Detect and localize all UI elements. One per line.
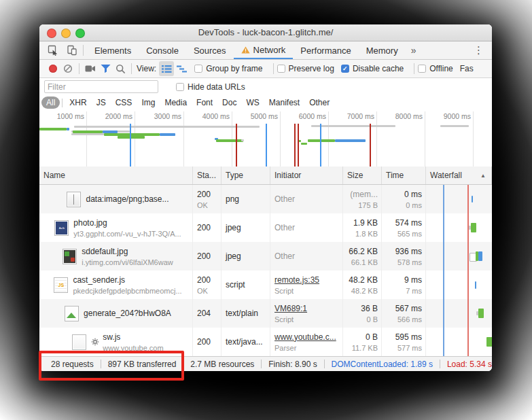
list-view-icon[interactable] xyxy=(159,61,174,76)
filter-chip-manifest[interactable]: Manifest xyxy=(264,97,304,109)
timeline-tick-label: 7000 ms xyxy=(347,112,374,120)
tab-memory[interactable]: Memory xyxy=(359,41,406,59)
dcl-event-line xyxy=(266,124,267,167)
overview-request-bar xyxy=(311,125,395,127)
filter-chip-img[interactable]: Img xyxy=(137,97,160,109)
timeline-gridline xyxy=(86,111,87,167)
overview-request-bar xyxy=(301,143,307,145)
screenshot-camera-icon[interactable] xyxy=(83,61,98,76)
filter-funnel-icon[interactable] xyxy=(98,61,113,76)
main-menu-icon[interactable]: ⋮ xyxy=(465,41,492,59)
cell-time: 936 ms578 ms xyxy=(382,242,426,270)
clear-icon[interactable] xyxy=(60,61,75,76)
cell-size: 66.2 KB66.1 KB xyxy=(343,242,382,270)
table-row[interactable]: cast_sender.jspkedcjkdefgpdelpbcmbmeomcj… xyxy=(39,270,492,299)
cell-status: 200OK xyxy=(193,270,221,299)
throttling-select[interactable]: Fas xyxy=(460,64,474,73)
time-latency: 577 ms xyxy=(397,344,422,352)
tab-elements[interactable]: Elements xyxy=(87,41,139,59)
cell-size: 1.9 KB1.8 KB xyxy=(343,213,382,242)
table-row[interactable]: data:image/png;base...200OKpngOther(mem.… xyxy=(39,185,492,213)
cell-type: png xyxy=(221,185,270,213)
network-toolbar: View: Group by frame Preserve log ✓Disab… xyxy=(39,60,492,78)
column-header-initiator[interactable]: Initiator xyxy=(270,167,343,184)
tab-performance[interactable]: Performance xyxy=(293,41,358,59)
status-text: OK xyxy=(197,287,221,295)
time-latency: 565 ms xyxy=(397,230,422,238)
column-header-type[interactable]: Type xyxy=(221,167,270,184)
request-name: data:image/png;base... xyxy=(86,194,169,204)
column-header-size[interactable]: Size xyxy=(343,167,382,184)
initiator-link[interactable]: VM689:1 xyxy=(274,304,342,313)
initiator-kind: Script xyxy=(274,315,342,323)
status-code: 200 xyxy=(197,275,221,285)
status-code: 204 xyxy=(197,309,221,318)
filter-chip-ws[interactable]: WS xyxy=(241,97,264,109)
hide-data-urls-checkbox[interactable]: Hide data URLs xyxy=(176,82,245,92)
table-row[interactable]: photo.jpgyt3.ggpht.com/-vu_v-hJT-3Q/A...… xyxy=(39,213,492,242)
inspect-element-icon[interactable] xyxy=(46,43,60,58)
filter-chip-font[interactable]: Font xyxy=(192,97,217,109)
load-event-line xyxy=(236,124,237,167)
filter-chip-xhr[interactable]: XHR xyxy=(65,97,91,109)
overview-request-bar xyxy=(39,128,67,130)
initiator-link[interactable]: remote.js:35 xyxy=(274,275,342,285)
search-icon[interactable] xyxy=(113,61,128,76)
time-total: 567 ms xyxy=(395,304,422,313)
device-toolbar-icon[interactable] xyxy=(65,43,79,58)
filter-chip-js[interactable]: JS xyxy=(92,97,111,109)
tab-console[interactable]: Console xyxy=(139,41,186,59)
divider xyxy=(273,63,274,74)
overview-request-bar xyxy=(160,133,175,136)
overview-timeline[interactable]: 1000 ms2000 ms3000 ms4000 ms5000 ms6000 … xyxy=(39,110,492,167)
filter-chip-doc[interactable]: Doc xyxy=(217,97,241,109)
file-type-icon-dark xyxy=(63,249,77,264)
preserve-log-checkbox[interactable]: Preserve log xyxy=(277,64,334,73)
filter-chip-media[interactable]: Media xyxy=(160,97,192,109)
disable-cache-checkbox[interactable]: ✓Disable cache xyxy=(341,64,404,73)
cell-size: 48.2 KB48.2 KB xyxy=(343,270,382,299)
more-tabs-button[interactable]: » xyxy=(406,41,422,59)
waterfall-bar xyxy=(472,196,473,203)
load-event-line xyxy=(294,124,296,167)
timeline-gridline xyxy=(280,111,281,167)
waterfall-view-icon[interactable] xyxy=(174,61,189,76)
group-by-frame-checkbox[interactable]: Group by frame xyxy=(194,64,262,73)
load-event-line xyxy=(298,124,299,167)
cell-status: 200 xyxy=(193,242,221,270)
divider xyxy=(101,360,101,368)
tab-sources[interactable]: Sources xyxy=(186,41,234,59)
cell-name: data:image/png;base... xyxy=(39,185,193,213)
filter-input[interactable] xyxy=(44,80,158,93)
requests-table-body: data:image/png;base...200OKpngOther(mem.… xyxy=(39,185,492,356)
request-name-text: cast_sender.js xyxy=(73,275,181,285)
request-name: sw.jswww.youtube.com xyxy=(103,332,163,352)
offline-checkbox[interactable]: Offline xyxy=(418,64,453,73)
column-header-name[interactable]: Name xyxy=(39,167,193,184)
size-transferred: 36 B xyxy=(361,304,378,313)
table-row[interactable]: generate_204?bHwO8A204text/plainVM689:1S… xyxy=(39,299,492,328)
request-path-text: pkedcjkdefgpdelpbcmbmeomcj... xyxy=(73,287,181,295)
record-button[interactable] xyxy=(46,61,60,76)
cell-time: 595 ms577 ms xyxy=(382,328,426,356)
status-bar-item: 2.7 MB resources xyxy=(190,360,254,369)
column-header-sta[interactable]: Sta... xyxy=(193,167,221,184)
initiator-link[interactable]: www.youtube.c... xyxy=(274,332,342,342)
time-latency: 578 ms xyxy=(397,258,422,266)
tab-network[interactable]: Network xyxy=(234,41,294,59)
cell-type: jpeg xyxy=(221,213,270,242)
file-type-icon-imggen xyxy=(65,306,79,321)
filter-chip-all[interactable]: All xyxy=(41,97,60,109)
initiator-kind: Script xyxy=(274,287,342,295)
column-header-time[interactable]: Time xyxy=(382,167,426,184)
time-latency: 0 ms xyxy=(406,201,422,209)
column-header-waterfall[interactable]: Waterfall▲ xyxy=(426,167,492,184)
filter-chip-other[interactable]: Other xyxy=(304,97,334,109)
request-path-text: yt3.ggpht.com/-vu_v-hJT-3Q/A... xyxy=(73,230,181,238)
table-row[interactable]: sw.jswww.youtube.com200text/java...www.y… xyxy=(39,328,492,356)
request-name-text: generate_204?bHwO8A xyxy=(84,309,171,318)
table-row[interactable]: sddefault.jpgi.ytimg.com/vi/6lfaiXM6waw2… xyxy=(39,242,492,270)
filter-chip-css[interactable]: CSS xyxy=(111,97,137,109)
dcl-event-line xyxy=(320,124,321,167)
timeline-gridline xyxy=(135,111,135,167)
